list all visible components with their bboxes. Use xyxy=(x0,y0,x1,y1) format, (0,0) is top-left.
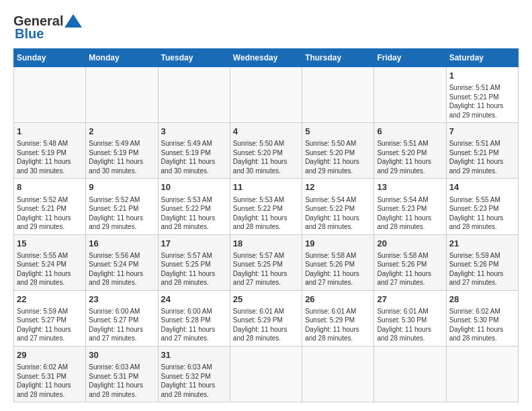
calendar-cell xyxy=(230,346,302,402)
calendar-cell: 16Sunrise: 5:56 AM Sunset: 5:24 PM Dayli… xyxy=(86,234,158,290)
day-number: 13 xyxy=(377,181,443,193)
cell-info: Sunrise: 5:58 AM Sunset: 5:26 PM Dayligh… xyxy=(377,251,443,287)
calendar-cell: 1Sunrise: 5:51 AM Sunset: 5:21 PM Daylig… xyxy=(446,67,518,123)
day-number: 14 xyxy=(449,181,515,193)
day-number: 12 xyxy=(305,181,371,193)
cell-info: Sunrise: 5:52 AM Sunset: 5:21 PM Dayligh… xyxy=(17,195,83,232)
cell-info: Sunrise: 5:55 AM Sunset: 5:24 PM Dayligh… xyxy=(17,251,83,287)
day-number: 15 xyxy=(17,238,83,250)
cell-info: Sunrise: 6:00 AM Sunset: 5:27 PM Dayligh… xyxy=(89,307,154,343)
day-number: 28 xyxy=(449,293,515,306)
calendar-cell: 12Sunrise: 5:54 AM Sunset: 5:22 PM Dayli… xyxy=(302,179,374,234)
calendar-cell xyxy=(302,67,374,123)
day-number: 20 xyxy=(377,238,443,250)
calendar-cell: 2Sunrise: 5:49 AM Sunset: 5:19 PM Daylig… xyxy=(86,123,158,179)
calendar-cell xyxy=(86,67,158,123)
cell-info: Sunrise: 5:56 AM Sunset: 5:24 PM Dayligh… xyxy=(89,251,154,287)
cell-info: Sunrise: 6:00 AM Sunset: 5:28 PM Dayligh… xyxy=(161,307,227,343)
svg-marker-0 xyxy=(64,14,82,28)
calendar-cell: 1Sunrise: 5:48 AM Sunset: 5:19 PM Daylig… xyxy=(14,123,86,179)
calendar-cell: 25Sunrise: 6:01 AM Sunset: 5:29 PM Dayli… xyxy=(230,290,302,346)
calendar-cell: 24Sunrise: 6:00 AM Sunset: 5:28 PM Dayli… xyxy=(158,290,230,346)
week-row-2: 8Sunrise: 5:52 AM Sunset: 5:21 PM Daylig… xyxy=(14,179,519,234)
calendar-cell: 27Sunrise: 6:01 AM Sunset: 5:30 PM Dayli… xyxy=(374,290,446,346)
week-row-0: 1Sunrise: 5:51 AM Sunset: 5:21 PM Daylig… xyxy=(14,67,519,123)
week-row-4: 22Sunrise: 5:59 AM Sunset: 5:27 PM Dayli… xyxy=(14,290,519,346)
cell-info: Sunrise: 5:59 AM Sunset: 5:26 PM Dayligh… xyxy=(449,251,515,287)
calendar-cell: 21Sunrise: 5:59 AM Sunset: 5:26 PM Dayli… xyxy=(446,234,518,290)
calendar-table: SundayMondayTuesdayWednesdayThursdayFrid… xyxy=(13,48,519,402)
day-number: 3 xyxy=(161,126,227,138)
cell-info: Sunrise: 5:53 AM Sunset: 5:22 PM Dayligh… xyxy=(233,195,299,232)
day-number: 1 xyxy=(17,126,83,138)
day-number: 27 xyxy=(377,293,443,306)
cell-info: Sunrise: 6:03 AM Sunset: 5:31 PM Dayligh… xyxy=(89,363,154,399)
logo: General Blue xyxy=(13,13,82,42)
day-number: 25 xyxy=(233,293,299,306)
calendar-cell: 26Sunrise: 6:01 AM Sunset: 5:29 PM Dayli… xyxy=(302,290,374,346)
cell-info: Sunrise: 5:54 AM Sunset: 5:23 PM Dayligh… xyxy=(377,195,443,232)
day-number: 22 xyxy=(17,293,83,306)
day-number: 21 xyxy=(449,238,515,250)
header-day-friday: Friday xyxy=(374,49,446,67)
day-number: 24 xyxy=(161,293,227,306)
calendar-cell: 19Sunrise: 5:58 AM Sunset: 5:26 PM Dayli… xyxy=(302,234,374,290)
day-number: 7 xyxy=(449,126,515,138)
calendar-cell: 6Sunrise: 5:51 AM Sunset: 5:20 PM Daylig… xyxy=(374,123,446,179)
calendar-cell: 13Sunrise: 5:54 AM Sunset: 5:23 PM Dayli… xyxy=(374,179,446,234)
calendar-cell xyxy=(14,67,86,123)
cell-info: Sunrise: 5:51 AM Sunset: 5:21 PM Dayligh… xyxy=(449,83,515,120)
calendar-cell: 4Sunrise: 5:50 AM Sunset: 5:20 PM Daylig… xyxy=(230,123,302,179)
day-number: 11 xyxy=(233,181,299,193)
cell-info: Sunrise: 5:50 AM Sunset: 5:20 PM Dayligh… xyxy=(233,139,299,175)
calendar-cell xyxy=(302,346,374,402)
cell-info: Sunrise: 5:53 AM Sunset: 5:22 PM Dayligh… xyxy=(161,195,227,232)
calendar-cell: 3Sunrise: 5:49 AM Sunset: 5:19 PM Daylig… xyxy=(158,123,230,179)
cell-info: Sunrise: 5:48 AM Sunset: 5:19 PM Dayligh… xyxy=(17,139,83,175)
calendar-cell: 30Sunrise: 6:03 AM Sunset: 5:31 PM Dayli… xyxy=(86,346,158,402)
cell-info: Sunrise: 6:01 AM Sunset: 5:29 PM Dayligh… xyxy=(233,307,299,343)
calendar-header: SundayMondayTuesdayWednesdayThursdayFrid… xyxy=(14,49,519,67)
calendar-cell: 31Sunrise: 6:03 AM Sunset: 5:32 PM Dayli… xyxy=(158,346,230,402)
cell-info: Sunrise: 6:01 AM Sunset: 5:29 PM Dayligh… xyxy=(305,307,371,343)
day-number: 30 xyxy=(89,349,154,361)
day-number: 29 xyxy=(17,349,83,361)
cell-info: Sunrise: 6:03 AM Sunset: 5:32 PM Dayligh… xyxy=(161,363,227,399)
day-number: 9 xyxy=(89,181,154,193)
day-number: 26 xyxy=(305,293,371,306)
cell-info: Sunrise: 5:57 AM Sunset: 5:25 PM Dayligh… xyxy=(161,251,227,287)
day-number: 23 xyxy=(89,293,154,306)
calendar-cell: 9Sunrise: 5:52 AM Sunset: 5:21 PM Daylig… xyxy=(86,179,158,234)
cell-info: Sunrise: 5:51 AM Sunset: 5:21 PM Dayligh… xyxy=(449,139,515,175)
cell-info: Sunrise: 5:51 AM Sunset: 5:20 PM Dayligh… xyxy=(377,139,443,175)
calendar-cell xyxy=(374,67,446,123)
cell-info: Sunrise: 5:49 AM Sunset: 5:19 PM Dayligh… xyxy=(161,139,227,175)
calendar-cell: 28Sunrise: 6:02 AM Sunset: 5:30 PM Dayli… xyxy=(446,290,518,346)
header-day-monday: Monday xyxy=(86,49,158,67)
day-number: 6 xyxy=(377,126,443,138)
calendar-cell xyxy=(230,67,302,123)
header: General Blue xyxy=(13,13,519,42)
day-number: 31 xyxy=(161,349,227,361)
cell-info: Sunrise: 5:59 AM Sunset: 5:27 PM Dayligh… xyxy=(17,307,83,343)
calendar-cell: 22Sunrise: 5:59 AM Sunset: 5:27 PM Dayli… xyxy=(14,290,86,346)
cell-info: Sunrise: 5:57 AM Sunset: 5:25 PM Dayligh… xyxy=(233,251,299,287)
day-number: 1 xyxy=(449,70,515,82)
header-day-wednesday: Wednesday xyxy=(230,49,302,67)
calendar-cell: 8Sunrise: 5:52 AM Sunset: 5:21 PM Daylig… xyxy=(14,179,86,234)
header-day-tuesday: Tuesday xyxy=(158,49,230,67)
cell-info: Sunrise: 5:55 AM Sunset: 5:23 PM Dayligh… xyxy=(449,195,515,232)
calendar-cell: 18Sunrise: 5:57 AM Sunset: 5:25 PM Dayli… xyxy=(230,234,302,290)
header-day-saturday: Saturday xyxy=(446,49,518,67)
cell-info: Sunrise: 5:58 AM Sunset: 5:26 PM Dayligh… xyxy=(305,251,371,287)
cell-info: Sunrise: 5:49 AM Sunset: 5:19 PM Dayligh… xyxy=(89,139,154,175)
header-row: SundayMondayTuesdayWednesdayThursdayFrid… xyxy=(14,49,519,67)
calendar-cell: 14Sunrise: 5:55 AM Sunset: 5:23 PM Dayli… xyxy=(446,179,518,234)
day-number: 10 xyxy=(161,181,227,193)
cell-info: Sunrise: 6:02 AM Sunset: 5:30 PM Dayligh… xyxy=(449,307,515,343)
logo-blue: Blue xyxy=(15,26,44,42)
cell-info: Sunrise: 5:50 AM Sunset: 5:20 PM Dayligh… xyxy=(305,139,371,175)
day-number: 8 xyxy=(17,181,83,193)
cell-info: Sunrise: 6:02 AM Sunset: 5:31 PM Dayligh… xyxy=(17,363,83,399)
calendar-cell: 17Sunrise: 5:57 AM Sunset: 5:25 PM Dayli… xyxy=(158,234,230,290)
